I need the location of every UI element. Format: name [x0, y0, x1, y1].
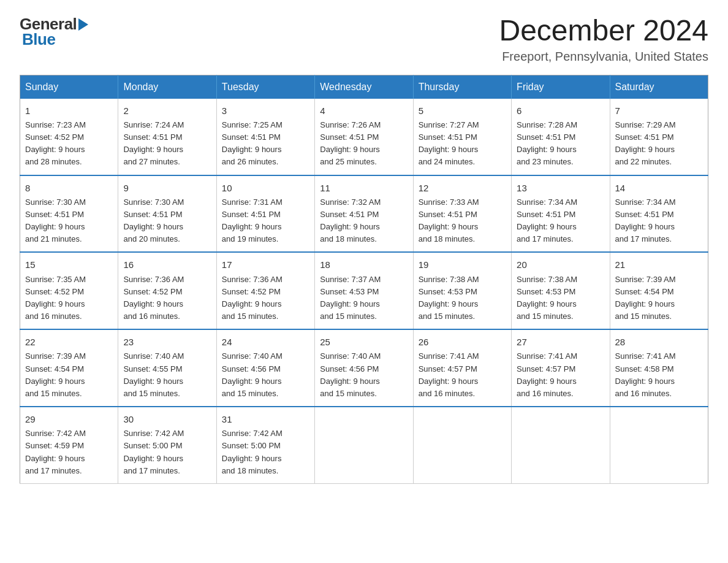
daylight-info: Daylight: 9 hours	[25, 377, 85, 386]
day-number: 7	[615, 104, 703, 118]
day-number: 1	[25, 104, 113, 118]
daylight-info: Daylight: 9 hours	[123, 299, 183, 308]
daylight-minutes: and 16 minutes.	[123, 312, 180, 321]
day-number: 23	[123, 335, 211, 349]
daylight-minutes: and 25 minutes.	[320, 157, 377, 166]
calendar-cell: 1 Sunrise: 7:23 AM Sunset: 4:52 PM Dayli…	[20, 99, 118, 175]
calendar-cell: 9 Sunrise: 7:30 AM Sunset: 4:51 PM Dayli…	[118, 175, 216, 253]
calendar-cell: 23 Sunrise: 7:40 AM Sunset: 4:55 PM Dayl…	[118, 329, 216, 407]
sunset-info: Sunset: 4:59 PM	[25, 441, 84, 450]
daylight-minutes: and 28 minutes.	[25, 157, 82, 166]
calendar-cell: 21 Sunrise: 7:39 AM Sunset: 4:54 PM Dayl…	[610, 252, 708, 329]
daylight-minutes: and 17 minutes.	[25, 466, 82, 475]
day-number: 14	[615, 181, 703, 195]
daylight-info: Daylight: 9 hours	[25, 299, 85, 308]
day-number: 17	[222, 258, 309, 272]
sunrise-info: Sunrise: 7:40 AM	[123, 351, 184, 361]
sunset-info: Sunset: 4:53 PM	[517, 287, 575, 296]
sunrise-info: Sunrise: 7:30 AM	[25, 197, 86, 207]
location-text: Freeport, Pennsylvania, United States	[499, 50, 708, 64]
daylight-info: Daylight: 9 hours	[25, 145, 85, 154]
day-number: 4	[320, 104, 408, 118]
calendar-cell: 5 Sunrise: 7:27 AM Sunset: 4:51 PM Dayli…	[413, 99, 511, 175]
sunrise-info: Sunrise: 7:34 AM	[517, 197, 577, 207]
day-number: 13	[517, 181, 604, 195]
sunrise-info: Sunrise: 7:39 AM	[25, 351, 86, 361]
daylight-info: Daylight: 9 hours	[320, 222, 380, 231]
page-header: General Blue December 2024 Freeport, Pen…	[20, 15, 708, 64]
calendar-cell: 28 Sunrise: 7:41 AM Sunset: 4:58 PM Dayl…	[610, 329, 708, 407]
daylight-minutes: and 18 minutes.	[320, 234, 377, 243]
calendar-week-row: 8 Sunrise: 7:30 AM Sunset: 4:51 PM Dayli…	[20, 175, 708, 253]
sunset-info: Sunset: 4:57 PM	[517, 364, 575, 373]
sunset-info: Sunset: 4:51 PM	[222, 210, 281, 219]
daylight-info: Daylight: 9 hours	[320, 299, 380, 308]
day-number: 19	[419, 258, 506, 272]
sunrise-info: Sunrise: 7:41 AM	[517, 351, 577, 361]
sunrise-info: Sunrise: 7:36 AM	[123, 275, 184, 284]
sunrise-info: Sunrise: 7:40 AM	[320, 351, 381, 361]
daylight-minutes: and 27 minutes.	[123, 157, 180, 166]
daylight-info: Daylight: 9 hours	[222, 454, 282, 463]
calendar-cell: 30 Sunrise: 7:42 AM Sunset: 5:00 PM Dayl…	[118, 407, 216, 483]
calendar-cell: 24 Sunrise: 7:40 AM Sunset: 4:56 PM Dayl…	[216, 329, 314, 407]
col-tuesday: Tuesday	[216, 75, 314, 99]
day-number: 10	[222, 181, 309, 195]
sunrise-info: Sunrise: 7:35 AM	[25, 275, 86, 284]
daylight-minutes: and 17 minutes.	[615, 234, 672, 243]
daylight-minutes: and 15 minutes.	[419, 312, 476, 321]
sunrise-info: Sunrise: 7:31 AM	[222, 197, 282, 207]
sunset-info: Sunset: 4:51 PM	[615, 132, 674, 142]
calendar-cell	[610, 407, 708, 483]
sunset-info: Sunset: 4:55 PM	[123, 364, 182, 373]
calendar-cell: 7 Sunrise: 7:29 AM Sunset: 4:51 PM Dayli…	[610, 99, 708, 175]
daylight-minutes: and 15 minutes.	[615, 312, 672, 321]
calendar-cell: 15 Sunrise: 7:35 AM Sunset: 4:52 PM Dayl…	[20, 252, 118, 329]
calendar-cell: 31 Sunrise: 7:42 AM Sunset: 5:00 PM Dayl…	[216, 407, 314, 483]
sunset-info: Sunset: 4:51 PM	[419, 210, 477, 219]
calendar-week-row: 15 Sunrise: 7:35 AM Sunset: 4:52 PM Dayl…	[20, 252, 708, 329]
day-number: 18	[320, 258, 408, 272]
daylight-info: Daylight: 9 hours	[419, 377, 479, 386]
sunrise-info: Sunrise: 7:39 AM	[615, 275, 676, 284]
sunset-info: Sunset: 4:56 PM	[320, 364, 379, 373]
daylight-info: Daylight: 9 hours	[517, 145, 577, 154]
day-number: 29	[25, 412, 113, 426]
calendar-week-row: 1 Sunrise: 7:23 AM Sunset: 4:52 PM Dayli…	[20, 99, 708, 175]
day-number: 16	[123, 258, 211, 272]
day-number: 30	[123, 412, 211, 426]
day-number: 3	[222, 104, 309, 118]
day-number: 21	[615, 258, 703, 272]
daylight-info: Daylight: 9 hours	[419, 299, 479, 308]
sunset-info: Sunset: 4:52 PM	[123, 287, 182, 296]
daylight-info: Daylight: 9 hours	[615, 222, 675, 231]
daylight-minutes: and 17 minutes.	[517, 234, 574, 243]
sunrise-info: Sunrise: 7:42 AM	[25, 429, 86, 438]
day-number: 28	[615, 335, 703, 349]
daylight-minutes: and 16 minutes.	[419, 389, 476, 398]
sunset-info: Sunset: 4:52 PM	[222, 287, 281, 296]
calendar-cell	[512, 407, 610, 483]
calendar-cell: 27 Sunrise: 7:41 AM Sunset: 4:57 PM Dayl…	[512, 329, 610, 407]
daylight-minutes: and 21 minutes.	[25, 234, 82, 243]
daylight-minutes: and 15 minutes.	[320, 389, 377, 398]
calendar-cell: 14 Sunrise: 7:34 AM Sunset: 4:51 PM Dayl…	[610, 175, 708, 253]
sunrise-info: Sunrise: 7:38 AM	[419, 275, 479, 284]
col-sunday: Sunday	[20, 75, 118, 99]
day-number: 26	[419, 335, 506, 349]
sunset-info: Sunset: 4:52 PM	[25, 287, 84, 296]
daylight-minutes: and 23 minutes.	[517, 157, 574, 166]
calendar-cell: 6 Sunrise: 7:28 AM Sunset: 4:51 PM Dayli…	[512, 99, 610, 175]
calendar-cell: 29 Sunrise: 7:42 AM Sunset: 4:59 PM Dayl…	[20, 407, 118, 483]
sunset-info: Sunset: 5:00 PM	[123, 441, 182, 450]
daylight-info: Daylight: 9 hours	[517, 222, 577, 231]
calendar-cell: 26 Sunrise: 7:41 AM Sunset: 4:57 PM Dayl…	[413, 329, 511, 407]
day-number: 2	[123, 104, 211, 118]
sunset-info: Sunset: 4:51 PM	[25, 210, 84, 219]
daylight-info: Daylight: 9 hours	[25, 222, 85, 231]
col-wednesday: Wednesday	[315, 75, 413, 99]
daylight-info: Daylight: 9 hours	[517, 299, 577, 308]
sunrise-info: Sunrise: 7:23 AM	[25, 120, 86, 129]
sunset-info: Sunset: 4:54 PM	[25, 364, 84, 373]
calendar-cell: 22 Sunrise: 7:39 AM Sunset: 4:54 PM Dayl…	[20, 329, 118, 407]
